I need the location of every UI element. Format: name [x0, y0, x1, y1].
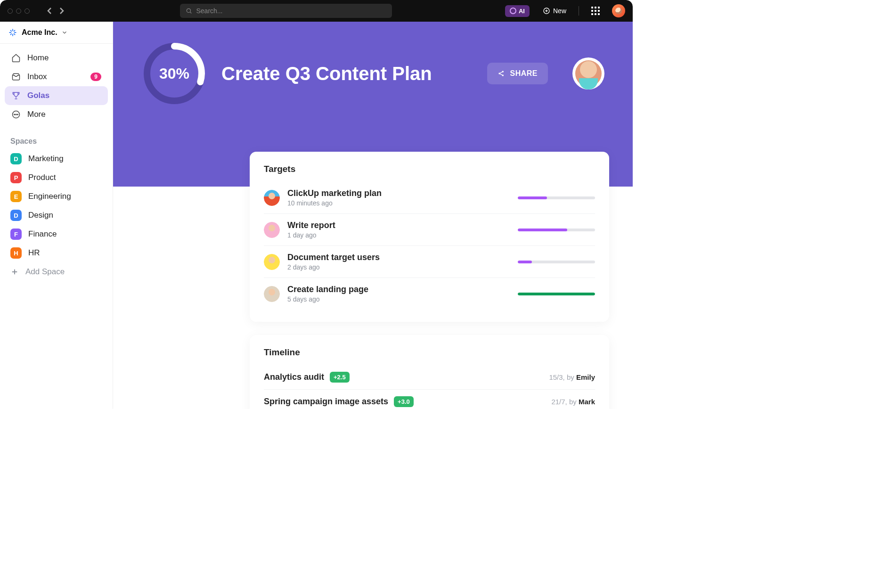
space-item[interactable]: EEngineering	[0, 187, 113, 206]
timeline-row[interactable]: Spring campaign image assets +3.0 21/7, …	[264, 390, 595, 409]
space-item[interactable]: DDesign	[0, 206, 113, 225]
svg-point-5	[17, 114, 18, 115]
share-button[interactable]: SHARE	[487, 63, 548, 84]
progress-percent: 30%	[141, 41, 207, 106]
sidebar-item-goals[interactable]: Golas	[5, 86, 108, 105]
space-name: Finance	[28, 229, 57, 239]
space-name: Marketing	[28, 154, 64, 163]
search-icon	[186, 8, 192, 14]
space-name: HR	[28, 248, 40, 258]
ai-icon	[510, 8, 516, 14]
timeline-heading: Timeline	[264, 347, 595, 358]
progress-bar	[518, 196, 595, 199]
home-icon	[11, 53, 21, 63]
plus-icon	[10, 268, 19, 276]
workspace-logo-icon	[8, 28, 17, 37]
timeline-badge: +2.5	[330, 372, 350, 383]
space-badge: D	[10, 153, 22, 164]
sidebar-item-more[interactable]: More	[5, 105, 108, 124]
owner-avatar[interactable]	[572, 57, 604, 90]
progress-ring: 30%	[141, 41, 207, 106]
assignee-avatar	[264, 222, 280, 238]
space-badge: F	[10, 229, 22, 240]
space-item[interactable]: FFinance	[0, 225, 113, 244]
space-name: Product	[28, 173, 56, 182]
ai-button[interactable]: AI	[505, 5, 530, 17]
target-row[interactable]: Create landing page 5 days ago	[264, 278, 595, 310]
new-button[interactable]: New	[543, 7, 566, 15]
inbox-badge: 9	[90, 73, 101, 81]
target-name: Create landing page	[287, 285, 510, 294]
targets-heading: Targets	[264, 164, 595, 174]
sidebar-item-inbox[interactable]: Inbox 9	[5, 67, 108, 86]
user-avatar[interactable]	[612, 4, 625, 17]
progress-bar	[518, 261, 595, 263]
window-controls[interactable]	[8, 8, 30, 14]
target-row[interactable]: ClickUp marketing plan 10 minutes ago	[264, 182, 595, 214]
progress-bar	[518, 293, 595, 295]
target-row[interactable]: Write report 1 day ago	[264, 214, 595, 246]
target-timestamp: 5 days ago	[287, 295, 510, 303]
topbar: Search... AI New	[0, 0, 633, 22]
workspace-name: Acme Inc.	[22, 28, 57, 37]
separator	[579, 6, 579, 16]
plus-circle-icon	[543, 7, 550, 15]
spaces-heading: Spaces	[0, 129, 113, 149]
targets-card: Targets ClickUp marketing plan 10 minute…	[250, 152, 609, 322]
target-name: Write report	[287, 220, 510, 230]
target-name: Document target users	[287, 253, 510, 262]
svg-point-0	[187, 8, 191, 12]
space-badge: H	[10, 247, 22, 259]
space-badge: P	[10, 172, 22, 183]
search-input[interactable]: Search...	[180, 4, 392, 18]
timeline-meta: 15/3, by Emily	[549, 373, 595, 381]
trophy-icon	[11, 91, 21, 100]
assignee-avatar	[264, 286, 280, 302]
nav-back-button[interactable]	[44, 5, 55, 16]
sidebar: Acme Inc. Home Inbox 9 Golas More Spaces	[0, 22, 113, 409]
space-name: Design	[28, 211, 53, 220]
apps-button[interactable]	[591, 7, 600, 15]
inbox-icon	[11, 72, 21, 82]
chevron-down-icon	[61, 29, 68, 36]
space-badge: E	[10, 191, 22, 202]
progress-bar	[518, 229, 595, 231]
target-timestamp: 2 days ago	[287, 263, 510, 271]
space-badge: D	[10, 210, 22, 221]
target-row[interactable]: Document target users 2 days ago	[264, 246, 595, 278]
target-timestamp: 10 minutes ago	[287, 199, 510, 207]
timeline-row[interactable]: Analytics audit +2.5 15/3, by Emily	[264, 365, 595, 390]
nav-forward-button[interactable]	[56, 5, 67, 16]
space-item[interactable]: PProduct	[0, 168, 113, 187]
space-name: Engineering	[28, 192, 71, 201]
timeline-meta: 21/7, by Mark	[551, 398, 595, 406]
search-placeholder: Search...	[196, 7, 222, 15]
space-item[interactable]: HHR	[0, 244, 113, 262]
target-name: ClickUp marketing plan	[287, 188, 510, 198]
timeline-badge: +3.0	[394, 396, 414, 407]
sidebar-item-home[interactable]: Home	[5, 49, 108, 67]
space-item[interactable]: DMarketing	[0, 149, 113, 168]
workspace-switcher[interactable]: Acme Inc.	[0, 22, 113, 44]
add-space-button[interactable]: Add Space	[0, 262, 113, 281]
main-content: 30% Create Q3 Content Plan SHARE Targets…	[113, 22, 633, 409]
assignee-avatar	[264, 254, 280, 270]
assignee-avatar	[264, 190, 280, 206]
target-timestamp: 1 day ago	[287, 231, 510, 239]
more-icon	[11, 110, 21, 119]
page-title: Create Q3 Content Plan	[221, 63, 473, 84]
svg-point-4	[16, 114, 16, 115]
share-icon	[498, 70, 505, 77]
timeline-name: Analytics audit	[264, 372, 324, 382]
timeline-card: Timeline Analytics audit +2.5 15/3, by E…	[250, 335, 609, 409]
timeline-name: Spring campaign image assets	[264, 397, 388, 407]
svg-point-3	[14, 114, 15, 115]
